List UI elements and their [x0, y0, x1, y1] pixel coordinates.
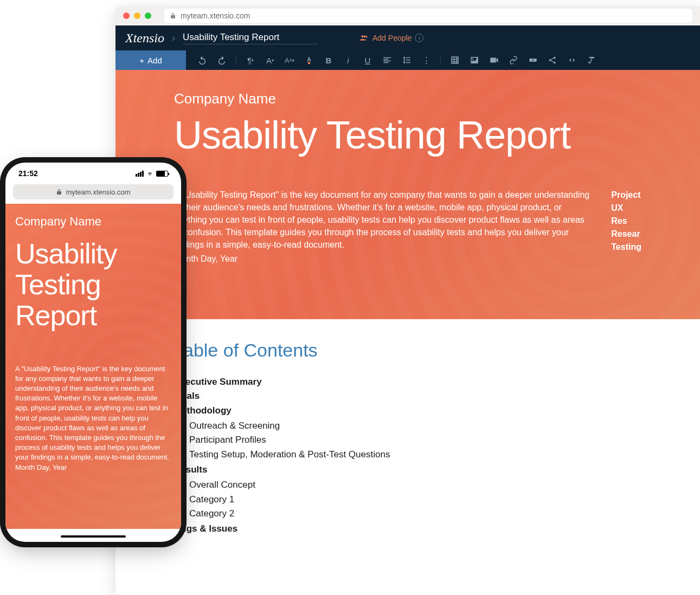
address-bar[interactable]: myteam.xtensio.com: [164, 9, 692, 23]
clear-format-icon[interactable]: [586, 55, 597, 66]
lock-icon: [56, 189, 62, 195]
svg-point-4: [554, 57, 556, 59]
document-title[interactable]: Usability Testing Report: [183, 32, 318, 44]
svg-text:B: B: [532, 59, 534, 62]
toc-subitem[interactable]: Category 1: [189, 493, 641, 507]
toc-item[interactable]: Goals: [174, 389, 641, 403]
toc-subitem[interactable]: Category 2: [189, 507, 641, 521]
mobile-status-bar: 21:52: [5, 163, 181, 184]
add-button[interactable]: + Add: [115, 50, 186, 70]
paragraph-icon[interactable]: ¶▾: [245, 55, 256, 66]
code-icon[interactable]: [567, 55, 577, 66]
toc-subitem[interactable]: Testing Setup, Moderation & Post-Test Qu…: [189, 448, 641, 462]
app-logo[interactable]: Xtensio: [125, 31, 164, 46]
mobile-url-text: myteam.xtensio.com: [66, 188, 130, 196]
toc-section: Table of Contents Executive SummaryGoals…: [115, 319, 700, 557]
toc-item[interactable]: Methodology: [174, 404, 641, 418]
browser-chrome: myteam.xtensio.com: [115, 6, 700, 25]
app-header: Xtensio › Usability Testing Report Add P…: [115, 25, 700, 50]
share-icon[interactable]: [547, 55, 558, 66]
text-color-icon[interactable]: [304, 55, 314, 66]
svg-point-0: [308, 62, 311, 64]
toc-item[interactable]: Executive Summary: [174, 375, 641, 389]
toc-item[interactable]: Results: [174, 463, 641, 477]
mobile-page-title[interactable]: Usability Testing Report: [15, 238, 171, 332]
maximize-window-button[interactable]: [145, 12, 151, 19]
lock-icon: [170, 12, 176, 19]
align-icon[interactable]: [382, 55, 393, 66]
mobile-address-bar[interactable]: myteam.xtensio.com: [13, 184, 174, 199]
line-height-icon[interactable]: [401, 55, 412, 66]
undo-icon[interactable]: [197, 55, 208, 66]
svg-point-5: [554, 62, 556, 64]
signal-icon: [136, 171, 144, 177]
desktop-browser-window: myteam.xtensio.com Xtensio › Usability T…: [115, 6, 700, 595]
hero-meta[interactable]: Project UX Res Resear Testing: [611, 189, 641, 265]
toc-list[interactable]: Executive SummaryGoalsMethodologyOutreac…: [174, 375, 641, 536]
hero-date[interactable]: Month Day, Year: [174, 253, 589, 265]
traffic-lights: [123, 12, 151, 19]
minimize-window-button[interactable]: [134, 12, 140, 19]
mobile-company-name[interactable]: Company Name: [15, 215, 171, 229]
font-size-icon[interactable]: AA▾: [284, 55, 295, 66]
close-window-button[interactable]: [123, 12, 130, 19]
mobile-preview: 21:52 myteam.xtensio.com Company Name Us…: [5, 163, 181, 542]
image-icon[interactable]: [469, 55, 480, 66]
info-icon[interactable]: i: [415, 34, 423, 42]
toc-subitem[interactable]: Outreach & Screening: [189, 419, 641, 433]
video-icon[interactable]: [489, 55, 499, 66]
add-people-button[interactable]: Add People i: [358, 34, 423, 42]
svg-point-3: [549, 59, 551, 61]
font-family-icon[interactable]: A▾: [265, 55, 275, 66]
toc-item[interactable]: Bugs & Issues: [174, 522, 641, 536]
toc-subitem[interactable]: Overall Concept: [189, 478, 641, 492]
toc-subitem[interactable]: Participant Profiles: [189, 433, 641, 447]
wifi-icon: [146, 171, 154, 177]
mobile-hero: Company Name Usability Testing Report A …: [5, 204, 181, 529]
home-indicator[interactable]: [61, 535, 126, 538]
app-toolbar: + Add ¶▾ A▾ AA▾ B i U ⋮ B: [115, 50, 700, 70]
more-icon[interactable]: ⋮: [421, 55, 432, 66]
link-icon[interactable]: [508, 55, 519, 66]
redo-icon[interactable]: [216, 55, 227, 66]
hero-section: Company Name Usability Testing Report A …: [115, 70, 700, 319]
mobile-time: 21:52: [18, 169, 38, 178]
battery-icon: [156, 171, 168, 177]
underline-icon[interactable]: U: [362, 55, 373, 66]
url-text: myteam.xtensio.com: [181, 11, 250, 20]
toc-title[interactable]: Table of Contents: [174, 340, 641, 361]
hero-description[interactable]: A "Usability Testing Report" is the key …: [174, 189, 589, 251]
mobile-description[interactable]: A "Usability Testing Report" is the key …: [15, 364, 171, 463]
button-icon[interactable]: B: [528, 55, 538, 66]
plus-icon: +: [139, 56, 144, 65]
bold-icon[interactable]: B: [323, 55, 334, 66]
mobile-date[interactable]: Month Day, Year: [15, 463, 171, 471]
people-plus-icon: [358, 34, 369, 42]
table-icon[interactable]: [449, 55, 460, 66]
page-title[interactable]: Usability Testing Report: [174, 115, 641, 156]
italic-icon[interactable]: i: [343, 55, 354, 66]
chevron-right-icon: ›: [172, 33, 175, 44]
company-name[interactable]: Company Name: [174, 90, 641, 107]
